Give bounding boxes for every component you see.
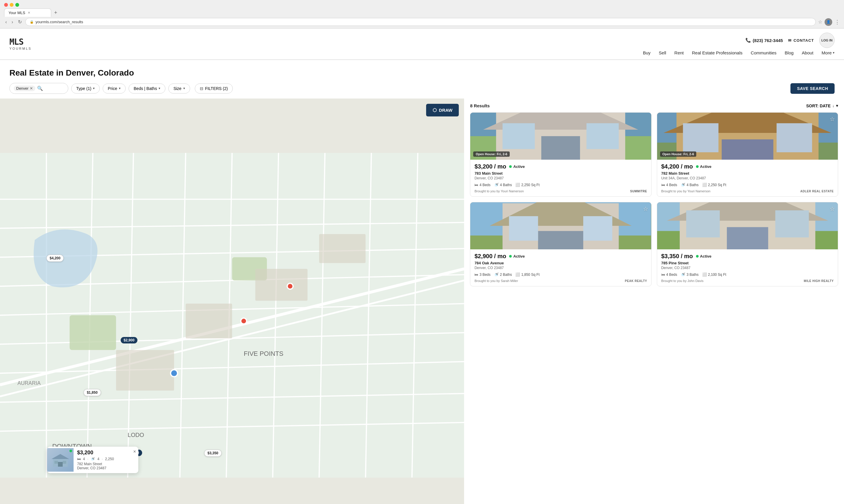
logo[interactable]: MLS YOURMLS (10, 38, 32, 50)
logo-sub: YOURMLS (10, 47, 32, 50)
phone-link[interactable]: 📞 (823) 762-3445 (745, 38, 783, 43)
browser-chrome: Your MLS ✕ + ‹ › ↻ 🔒 yourmls.com/search_… (0, 0, 844, 29)
nav-rent[interactable]: Rent (674, 50, 684, 55)
nav-buy[interactable]: Buy (643, 50, 651, 55)
agency-logo-2: ADLER REAL ESTATE (800, 190, 834, 193)
sqft-label-3: 1,850 Sq Ft (521, 273, 539, 277)
nav-blog[interactable]: Blog (785, 50, 794, 55)
sqft-spec-1: ⬜ 2,250 Sq Ft (515, 183, 539, 187)
search-tag-remove[interactable]: ✕ (30, 86, 33, 91)
agent-name-4: Brought to you by John Davis (661, 279, 704, 283)
beds-label-2: 4 Beds (666, 183, 677, 187)
tab-title: Your MLS (8, 11, 25, 15)
listing-address-4: 785 Pine Street (661, 261, 834, 265)
baths-spec-3: 🚿 2 Baths (494, 272, 512, 277)
listing-card[interactable]: Open House: Fri, 2-6 $3,200 / mo Active … (470, 112, 651, 197)
baths-label-3: 2 Baths (500, 273, 512, 277)
sqft-icon-1: ⬜ (515, 183, 520, 187)
svg-rect-35 (54, 461, 58, 464)
popup-details: 🛏 4 · 🚿 4 · 2,250 (77, 457, 135, 461)
agent-name-1: Brought to you by Youri Namerson (475, 190, 524, 193)
svg-rect-23 (255, 269, 308, 301)
popup-close-button[interactable]: × (133, 449, 136, 454)
results-header: 8 Results SORT: DATE ↓ ▾ (470, 103, 838, 108)
listing-card-2[interactable]: Open House: Fri, 2-6 ☆ $4,200 / mo Activ… (657, 112, 838, 197)
size-filter-button[interactable]: Size ▾ (168, 84, 190, 93)
save-search-button[interactable]: SAVE SEARCH (790, 83, 834, 94)
size-filter-label: Size (173, 86, 181, 91)
active-dot-1 (509, 165, 512, 168)
listing-address-2: 782 Main Street (661, 171, 834, 176)
minimize-window-button[interactable] (10, 3, 14, 7)
main-content: DOWNTOWN FIVE POINTS LODO AURARIA ⬡ DRAW… (0, 98, 844, 504)
beds-baths-filter-button[interactable]: Beds | Baths ▾ (128, 84, 166, 93)
draw-button[interactable]: ⬡ DRAW (426, 104, 459, 116)
back-button[interactable]: ‹ (4, 18, 8, 26)
url-bar[interactable]: 🔒 yourmls.com/search_results (25, 18, 816, 26)
baths-spec-2: 🚿 4 Baths (681, 183, 699, 187)
reload-button[interactable]: ↻ (17, 18, 23, 26)
svg-text:AURARIA: AURARIA (17, 380, 40, 386)
login-button[interactable]: LOG IN (819, 33, 834, 48)
price-filter-arrow: ▾ (119, 87, 121, 90)
sqft-icon-2: ⬜ (702, 183, 707, 187)
close-window-button[interactable] (4, 3, 8, 7)
active-badge-2: Active (696, 164, 711, 169)
active-badge-1: Active (509, 164, 525, 169)
draw-icon: ⬡ (433, 107, 437, 113)
user-avatar[interactable]: 👤 (825, 18, 832, 26)
contact-link[interactable]: ✉ CONTACT (788, 38, 814, 43)
nav-about[interactable]: About (802, 50, 813, 55)
favorite-button-4[interactable]: ☆ (830, 205, 835, 212)
map-price-bubble-5[interactable]: $3,350 (204, 450, 222, 457)
sort-dropdown-arrow: ▾ (836, 104, 838, 108)
close-tab-button[interactable]: ✕ (28, 11, 30, 15)
map-price-bubble-3[interactable]: $1,850 (84, 389, 101, 396)
popup-beds: 4 (83, 457, 85, 461)
map-price-bubble-1[interactable]: $4,200 (47, 255, 64, 262)
baths-spec-4: 🚿 3 Baths (681, 272, 699, 277)
search-input-wrap[interactable]: Denver ✕ 🔍 (10, 83, 68, 94)
bookmark-button[interactable]: ☆ (818, 19, 822, 25)
sqft-spec-4: ⬜ 2,100 Sq Ft (702, 272, 726, 277)
listing-card-4[interactable]: ☆ $3,350 / mo Active 785 Pine Street Den… (657, 202, 838, 286)
active-label-2: Active (700, 164, 711, 169)
filters-icon: ⊟ (200, 86, 203, 91)
sort-button[interactable]: SORT: DATE ↓ ▾ (806, 104, 838, 108)
active-label-3: Active (513, 254, 525, 258)
favorite-button-2[interactable]: ☆ (830, 115, 835, 123)
sqft-icon-4: ⬜ (702, 272, 707, 277)
bed-icon-1: 🛏 (475, 183, 478, 187)
nav-sell[interactable]: Sell (659, 50, 666, 55)
active-tab[interactable]: Your MLS ✕ (4, 8, 51, 17)
listing-agent-1: Brought to you by Youri Namerson SUMMITR… (475, 190, 647, 193)
forward-button[interactable]: › (10, 18, 14, 26)
favorite-button-3[interactable]: ☆ (643, 205, 648, 212)
svg-rect-55 (538, 231, 584, 249)
svg-rect-48 (722, 139, 773, 160)
map-price-bubble-2[interactable]: $2,900 (121, 337, 137, 343)
nav-rep[interactable]: Real Estate Professionals (692, 50, 742, 55)
new-tab-button[interactable]: + (53, 10, 58, 16)
draw-label: DRAW (439, 108, 453, 113)
search-icon[interactable]: 🔍 (37, 86, 43, 91)
beds-spec-1: 🛏 4 Beds (475, 183, 490, 187)
listing-sub-address-3: Denver, CO 23487 (475, 266, 647, 270)
nav-communities[interactable]: Communities (751, 50, 777, 55)
nav-more[interactable]: More ▾ (822, 50, 834, 55)
map-area: DOWNTOWN FIVE POINTS LODO AURARIA ⬡ DRAW… (0, 98, 464, 504)
agency-logo-4: MILE HIGH REALTY (804, 280, 834, 283)
advanced-filters-button[interactable]: ⊟ FILTERS (2) (195, 84, 233, 93)
svg-rect-36 (63, 461, 66, 464)
maximize-window-button[interactable] (15, 3, 19, 7)
browser-menu-button[interactable]: ⋮ (834, 19, 840, 25)
listing-specs-2: 🛏 4 Beds 🚿 4 Baths ⬜ 2,250 Sq Ft (661, 183, 834, 187)
type-filter-button[interactable]: Type (1) ▾ (71, 84, 100, 93)
phone-number: (823) 762-3445 (753, 38, 783, 43)
price-filter-button[interactable]: Price ▾ (103, 84, 126, 93)
open-house-badge-2: Open House: Fri, 2-6 (660, 151, 696, 157)
listing-card-3[interactable]: ☆ $2,900 / mo Active 784 Oak Avenue Denv… (470, 202, 651, 286)
svg-text:FIVE POINTS: FIVE POINTS (244, 350, 283, 357)
baths-spec-1: 🚿 4 Baths (494, 183, 512, 187)
bath-icon-3: 🚿 (494, 272, 499, 277)
